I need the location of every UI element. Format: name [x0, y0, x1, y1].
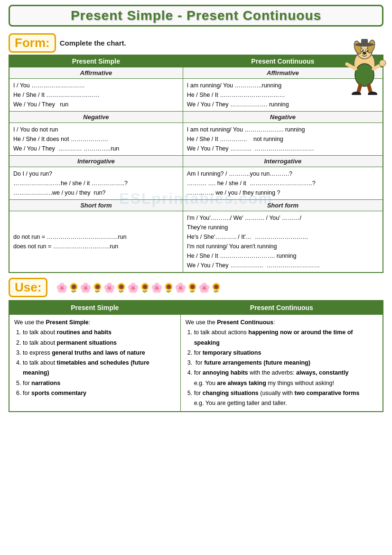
svg-rect-10	[361, 39, 368, 46]
short-form-content-row: do not run = ………………………………run does not ru…	[9, 211, 383, 273]
short-form-row: Short form Short form	[9, 200, 383, 211]
affirmative-content-row: I / You ……………………… He / She / It ………………………	[9, 79, 383, 112]
ps-short-header: Short form	[9, 200, 183, 211]
svg-point-11	[355, 64, 374, 86]
col1-header: Present Simple	[9, 55, 183, 67]
form-section-header: Form: Complete the chart.	[9, 33, 383, 53]
use-section-header: Use: 🌸🌻🌸🌻🌸🌻🌸🌻🌸🌻🌸🌻🌸🌻	[9, 278, 383, 297]
affirmative-row: Affirmative Affirmative	[9, 67, 383, 79]
ps-interrogative-content: Do I / you run? ……………………he / she / it ………	[9, 167, 183, 200]
use-label: Use:	[9, 278, 47, 297]
svg-point-8	[363, 52, 366, 55]
use-pc-header: Present Continuous	[180, 301, 383, 315]
pc-short-content: I'm / You'………./ We' ………. / You' ………/ The…	[183, 211, 383, 273]
svg-point-6	[362, 50, 364, 52]
grammar-table: Present Simple Present Continuous Affirm…	[9, 55, 383, 273]
pc-short-header: Short form	[183, 200, 383, 211]
pc-interrogative-content: Am I running? / ………..you run……….? ………. ……	[183, 167, 383, 200]
pc-interrogative-header: Interrogative	[183, 156, 383, 167]
cartoon-image	[342, 38, 387, 95]
form-label: Form:	[9, 33, 56, 53]
ps-affirmative-header: Affirmative	[9, 67, 183, 79]
ps-negative-header: Negative	[9, 112, 183, 123]
svg-point-7	[367, 50, 368, 52]
use-ps-header: Present Simple	[9, 301, 180, 315]
flower-decoration: 🌸🌻🌸🌻🌸🌻🌸🌻🌸🌻🌸🌻🌸🌻	[56, 282, 222, 293]
ps-short-content: do not run = ………………………………run does not ru…	[9, 211, 183, 273]
negative-content-row: I / You do not run He / She / It does no…	[9, 123, 383, 156]
pc-negative-header: Negative	[183, 112, 383, 123]
ps-negative-content: I / You do not run He / She / It does no…	[9, 123, 183, 156]
svg-point-14	[379, 60, 386, 66]
use-content-row: We use the Present Simple: to talk about…	[9, 315, 383, 412]
form-desc: Complete the chart.	[60, 39, 126, 47]
use-ps-content: We use the Present Simple: to talk about…	[9, 315, 180, 412]
negative-row: Negative Negative	[9, 112, 383, 123]
use-table: Present Simple Present Continuous We use…	[9, 300, 383, 412]
interrogative-row: Interrogative Interrogative	[9, 156, 383, 167]
ps-affirmative-content: I / You ……………………… He / She / It ………………………	[9, 79, 183, 112]
main-title: Present Simple - Present Continuous	[9, 5, 383, 27]
pc-negative-content: I am not running/ You ……………….. running H…	[183, 123, 383, 156]
use-pc-content: We use the Present Continuous: to talk a…	[180, 315, 383, 412]
ps-interrogative-header: Interrogative	[9, 156, 183, 167]
interrogative-content-row: Do I / you run? ……………………he / she / it ………	[9, 167, 383, 200]
